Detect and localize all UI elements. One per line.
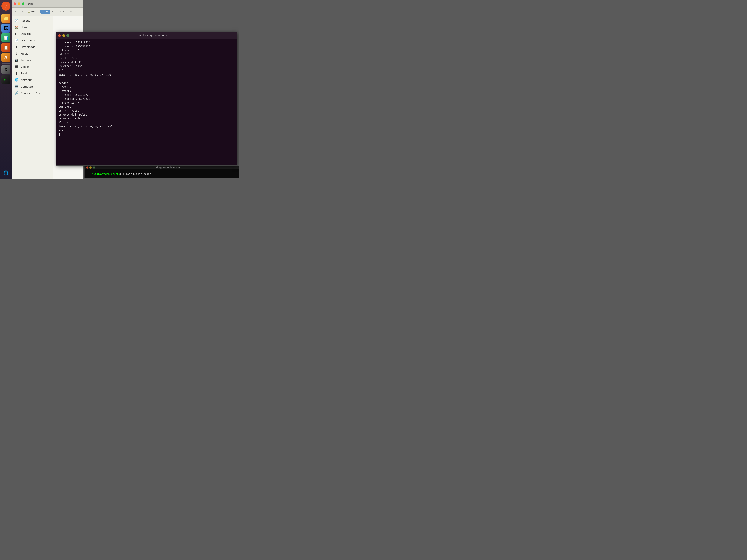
fm-sidebar: 🕐 Recent 🏠 Home 🗂 Desktop 📄 Documents ⬇ … — [12, 16, 53, 179]
network-icon: 🌐 — [15, 78, 19, 82]
font-icon[interactable]: A — [1, 53, 10, 62]
sidebar-label-pictures: Pictures — [21, 59, 31, 62]
back-button[interactable]: ‹ — [13, 9, 19, 14]
breadcrumb-exper[interactable]: exper — [41, 9, 50, 14]
sidebar-item-recent[interactable]: 🕐 Recent — [12, 17, 53, 24]
fm-minimize-button[interactable]: – — [18, 2, 20, 5]
pictures-icon: 📷 — [15, 58, 19, 62]
term-prompt-user: nvidia@tegra-ubuntu — [92, 172, 120, 176]
sidebar-item-downloads[interactable]: ⬇ Downloads — [12, 44, 53, 50]
term-line-15: nsecs: 246071633 — [58, 97, 234, 101]
sidebar-item-network[interactable]: 🌐 Network — [12, 77, 53, 83]
term-line-1: secs: 1571919724 — [58, 41, 234, 45]
block-cursor — [58, 133, 60, 136]
term-bottom-body[interactable]: nvidia@tegra-ubuntu:~$ rosrun amin exper — [84, 169, 238, 178]
terminal-bottom-window: nvidia@tegra-ubuntu: ~ nvidia@tegra-ubun… — [84, 166, 239, 178]
fm-window-title: exper — [27, 2, 34, 5]
desktop-icon: 🗂 — [15, 32, 19, 35]
term-bottom-maximize[interactable] — [93, 166, 95, 168]
term-bottom-command: rosrun amin exper — [124, 172, 151, 176]
videos-icon: 🎬 — [15, 65, 19, 69]
sidebar-item-connect[interactable]: 🔗 Connect to Ser... — [12, 90, 53, 96]
ubuntu-icon[interactable]: ⊙ — [1, 1, 10, 10]
sidebar-label-music: Music — [21, 52, 28, 55]
home-icon: 🏠 — [15, 25, 19, 29]
settings-icon[interactable]: ⚙ — [1, 65, 10, 74]
presentation-icon[interactable]: 📋 — [1, 43, 10, 52]
term-line-2: nsecs: 245630129 — [58, 45, 234, 48]
sidebar-label-connect: Connect to Ser... — [21, 91, 43, 95]
trash-icon: 🗑 — [15, 72, 19, 75]
sidebar-label-home: Home — [21, 26, 28, 29]
term-minimize-button[interactable]: – — [62, 34, 65, 37]
fm-titlebar: ✕ – + exper — [12, 0, 83, 7]
forward-button[interactable]: › — [20, 9, 25, 14]
term-main-titlebar: ✕ – + nvidia@tegra-ubuntu: ~ — [56, 32, 237, 39]
term-line-8: dlc: 6 — [58, 68, 234, 72]
fm-maximize-button[interactable]: + — [22, 2, 24, 5]
term-line-23: --- — [58, 129, 234, 132]
browser-icon[interactable]: 🌐 — [1, 168, 10, 177]
term-bottom-titlebar: nvidia@tegra-ubuntu: ~ — [84, 166, 238, 169]
term-line-12: seq: 7 — [58, 85, 234, 89]
fm-toolbar: ‹ › 🏠 Home exper src amin src — [12, 7, 83, 16]
breadcrumb-src1[interactable]: src — [51, 9, 57, 14]
term-line-13: stamp: — [58, 89, 234, 93]
breadcrumb-home[interactable]: 🏠 Home — [26, 9, 40, 14]
sidebar-item-music[interactable]: ♪ Music — [12, 50, 53, 57]
term-close-button[interactable]: ✕ — [58, 34, 61, 37]
music-icon: ♪ — [15, 52, 19, 55]
term-line-9: data: [0, 40, 0, 0, 0, 0, 97, 109] | — [58, 72, 234, 77]
term-line-10: --- — [58, 77, 234, 81]
computer-icon: 💻 — [15, 85, 19, 88]
sidebar-label-trash: Trash — [21, 72, 28, 75]
downloads-icon: ⬇ — [15, 45, 19, 49]
sidebar-label-desktop: Desktop — [21, 32, 32, 35]
term-line-19: is_extended: False — [58, 113, 234, 117]
sidebar-item-home[interactable]: 🏠 Home — [12, 24, 53, 30]
term-line-16: frame_id: '' — [58, 101, 234, 105]
term-main-title: nvidia@tegra-ubuntu: ~ — [71, 34, 235, 37]
photos-icon[interactable]: 🖼 — [1, 24, 10, 32]
spreadsheet-icon[interactable]: 📊 — [1, 33, 10, 42]
term-maximize-button[interactable]: + — [67, 34, 69, 37]
sidebar-label-recent: Recent — [21, 19, 30, 22]
sidebar-label-computer: Computer — [21, 85, 34, 88]
term-main-body[interactable]: secs: 1571919724 nsecs: 245630129 frame_… — [56, 39, 237, 165]
term-line-5: is_rtr: False — [58, 56, 234, 60]
text-cursor: | — [119, 73, 121, 77]
sidebar-item-trash[interactable]: 🗑 Trash — [12, 70, 53, 77]
term-line-11: header: — [58, 81, 234, 85]
term-line-20: is_error: False — [58, 117, 234, 121]
terminal-icon[interactable]: ▶_ — [1, 75, 10, 84]
term-bottom-close[interactable] — [86, 166, 88, 168]
term-bottom-title: nvidia@tegra-ubuntu: ~ — [96, 166, 237, 169]
fm-close-button[interactable]: ✕ — [14, 2, 16, 5]
term-line-22: data: [1, 41, 0, 0, 0, 0, 97, 109] — [58, 125, 234, 129]
terminal-main-window: ✕ – + nvidia@tegra-ubuntu: ~ secs: 15719… — [56, 32, 237, 166]
sidebar-item-computer[interactable]: 💻 Computer — [12, 83, 53, 90]
term-line-21: dlc: 6 — [58, 121, 234, 125]
files-icon[interactable]: 📁 — [1, 14, 10, 23]
term-line-17: id: 1792 — [58, 105, 234, 109]
taskbar: ⊙ 📁 🖼 📊 📋 A ⚙ ▶_ 🌐 — [0, 0, 12, 179]
sidebar-item-desktop[interactable]: 🗂 Desktop — [12, 30, 53, 37]
breadcrumb-amin[interactable]: amin — [58, 9, 67, 14]
term-line-24 — [58, 132, 234, 136]
sidebar-label-downloads: Downloads — [21, 46, 35, 49]
sidebar-item-documents[interactable]: 📄 Documents — [12, 37, 53, 44]
term-prompt-suffix: :~$ — [120, 172, 124, 176]
documents-icon: 📄 — [15, 38, 19, 42]
breadcrumb-src2[interactable]: src — [67, 9, 74, 14]
term-line-14: secs: 1571919724 — [58, 93, 234, 97]
sidebar-item-pictures[interactable]: 📷 Pictures — [12, 57, 53, 63]
sidebar-label-documents: Documents — [21, 39, 36, 42]
term-bottom-minimize[interactable] — [89, 166, 92, 168]
sidebar-item-videos[interactable]: 🎬 Videos — [12, 63, 53, 70]
term-line-6: is_extended: False — [58, 60, 234, 64]
term-line-7: is_error: False — [58, 64, 234, 68]
breadcrumb: 🏠 Home exper src amin src — [26, 9, 74, 14]
recent-icon: 🕐 — [15, 19, 19, 22]
sidebar-label-network: Network — [21, 78, 32, 81]
sidebar-label-videos: Videos — [21, 65, 30, 68]
